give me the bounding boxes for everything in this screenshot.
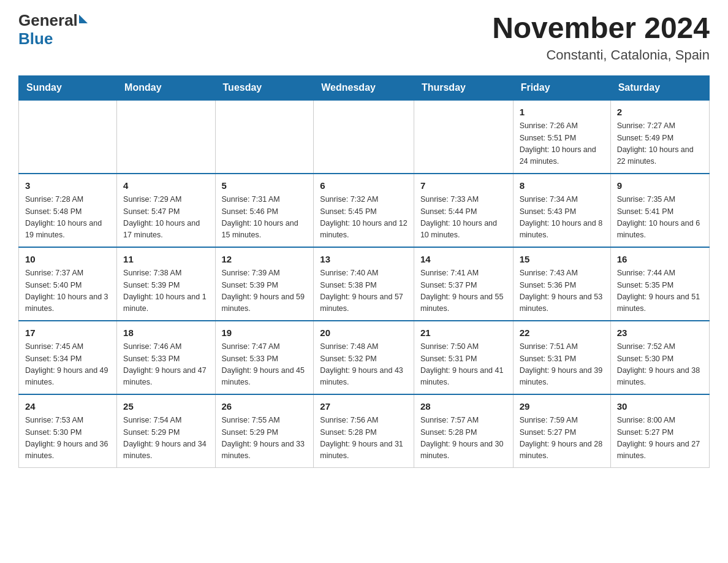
- day-number: 27: [320, 400, 408, 414]
- page-header: General Blue November 2024 Constanti, Ca…: [18, 12, 710, 63]
- table-row: 22Sunrise: 7:51 AM Sunset: 5:31 PM Dayli…: [513, 321, 610, 394]
- table-row: 21Sunrise: 7:50 AM Sunset: 5:31 PM Dayli…: [414, 321, 513, 394]
- day-number: 30: [617, 400, 703, 414]
- table-row: 20Sunrise: 7:48 AM Sunset: 5:32 PM Dayli…: [314, 321, 414, 394]
- day-info: Sunrise: 7:57 AM Sunset: 5:28 PM Dayligh…: [420, 415, 507, 462]
- day-number: 13: [320, 253, 408, 267]
- day-number: 10: [25, 253, 110, 267]
- day-number: 12: [222, 253, 308, 267]
- day-info: Sunrise: 7:33 AM Sunset: 5:44 PM Dayligh…: [420, 194, 507, 242]
- day-info: Sunrise: 7:50 AM Sunset: 5:31 PM Dayligh…: [420, 341, 507, 389]
- logo-blue-text: Blue: [18, 29, 88, 48]
- day-number: 18: [123, 326, 208, 340]
- day-number: 5: [222, 179, 308, 193]
- day-number: 29: [520, 400, 604, 414]
- day-number: 11: [123, 253, 208, 267]
- day-number: 23: [617, 326, 703, 340]
- table-row: [19, 100, 117, 174]
- day-number: 15: [520, 253, 604, 267]
- table-row: 23Sunrise: 7:52 AM Sunset: 5:30 PM Dayli…: [610, 321, 709, 394]
- table-row: 3Sunrise: 7:28 AM Sunset: 5:48 PM Daylig…: [19, 174, 117, 247]
- day-number: 19: [222, 326, 308, 340]
- calendar-week-row: 1Sunrise: 7:26 AM Sunset: 5:51 PM Daylig…: [19, 100, 710, 174]
- day-number: 22: [520, 326, 604, 340]
- weekday-header-row: Sunday Monday Tuesday Wednesday Thursday…: [19, 75, 710, 100]
- day-number: 3: [25, 179, 110, 193]
- day-info: Sunrise: 7:52 AM Sunset: 5:30 PM Dayligh…: [617, 341, 703, 389]
- logo: General Blue: [18, 12, 88, 48]
- table-row: 29Sunrise: 7:59 AM Sunset: 5:27 PM Dayli…: [513, 394, 610, 468]
- day-info: Sunrise: 7:47 AM Sunset: 5:33 PM Dayligh…: [222, 341, 308, 389]
- table-row: 6Sunrise: 7:32 AM Sunset: 5:45 PM Daylig…: [314, 174, 414, 247]
- day-number: 8: [520, 179, 604, 193]
- day-info: Sunrise: 7:48 AM Sunset: 5:32 PM Dayligh…: [320, 341, 408, 389]
- day-info: Sunrise: 7:29 AM Sunset: 5:47 PM Dayligh…: [123, 194, 208, 242]
- header-sunday: Sunday: [19, 75, 117, 100]
- day-number: 24: [25, 400, 110, 414]
- day-number: 25: [123, 400, 208, 414]
- day-info: Sunrise: 7:51 AM Sunset: 5:31 PM Dayligh…: [520, 341, 604, 389]
- logo-general-text: General: [18, 12, 78, 28]
- table-row: 4Sunrise: 7:29 AM Sunset: 5:47 PM Daylig…: [117, 174, 215, 247]
- table-row: 7Sunrise: 7:33 AM Sunset: 5:44 PM Daylig…: [414, 174, 513, 247]
- table-row: 30Sunrise: 8:00 AM Sunset: 5:27 PM Dayli…: [610, 394, 709, 468]
- day-info: Sunrise: 7:44 AM Sunset: 5:35 PM Dayligh…: [617, 267, 703, 315]
- day-info: Sunrise: 7:27 AM Sunset: 5:49 PM Dayligh…: [617, 120, 703, 168]
- table-row: 25Sunrise: 7:54 AM Sunset: 5:29 PM Dayli…: [117, 394, 215, 468]
- table-row: 18Sunrise: 7:46 AM Sunset: 5:33 PM Dayli…: [117, 321, 215, 394]
- day-info: Sunrise: 7:32 AM Sunset: 5:45 PM Dayligh…: [320, 194, 408, 242]
- day-number: 14: [420, 253, 507, 267]
- table-row: 17Sunrise: 7:45 AM Sunset: 5:34 PM Dayli…: [19, 321, 117, 394]
- table-row: 9Sunrise: 7:35 AM Sunset: 5:41 PM Daylig…: [610, 174, 709, 247]
- day-info: Sunrise: 7:31 AM Sunset: 5:46 PM Dayligh…: [222, 194, 308, 242]
- day-info: Sunrise: 7:43 AM Sunset: 5:36 PM Dayligh…: [520, 267, 604, 315]
- title-section: November 2024 Constanti, Catalonia, Spai…: [492, 12, 710, 63]
- day-info: Sunrise: 8:00 AM Sunset: 5:27 PM Dayligh…: [617, 415, 703, 462]
- table-row: [314, 100, 414, 174]
- table-row: 2Sunrise: 7:27 AM Sunset: 5:49 PM Daylig…: [610, 100, 709, 174]
- header-thursday: Thursday: [414, 75, 513, 100]
- table-row: [414, 100, 513, 174]
- table-row: 13Sunrise: 7:40 AM Sunset: 5:38 PM Dayli…: [314, 247, 414, 321]
- table-row: 27Sunrise: 7:56 AM Sunset: 5:28 PM Dayli…: [314, 394, 414, 468]
- table-row: 24Sunrise: 7:53 AM Sunset: 5:30 PM Dayli…: [19, 394, 117, 468]
- day-info: Sunrise: 7:34 AM Sunset: 5:43 PM Dayligh…: [520, 194, 604, 242]
- day-number: 20: [320, 326, 408, 340]
- table-row: 5Sunrise: 7:31 AM Sunset: 5:46 PM Daylig…: [215, 174, 314, 247]
- table-row: 15Sunrise: 7:43 AM Sunset: 5:36 PM Dayli…: [513, 247, 610, 321]
- table-row: 16Sunrise: 7:44 AM Sunset: 5:35 PM Dayli…: [610, 247, 709, 321]
- calendar-week-row: 17Sunrise: 7:45 AM Sunset: 5:34 PM Dayli…: [19, 321, 710, 394]
- day-info: Sunrise: 7:59 AM Sunset: 5:27 PM Dayligh…: [520, 415, 604, 462]
- table-row: [215, 100, 314, 174]
- table-row: 11Sunrise: 7:38 AM Sunset: 5:39 PM Dayli…: [117, 247, 215, 321]
- header-saturday: Saturday: [610, 75, 709, 100]
- day-number: 9: [617, 179, 703, 193]
- day-info: Sunrise: 7:39 AM Sunset: 5:39 PM Dayligh…: [222, 267, 308, 315]
- table-row: 8Sunrise: 7:34 AM Sunset: 5:43 PM Daylig…: [513, 174, 610, 247]
- day-info: Sunrise: 7:56 AM Sunset: 5:28 PM Dayligh…: [320, 415, 408, 462]
- table-row: 12Sunrise: 7:39 AM Sunset: 5:39 PM Dayli…: [215, 247, 314, 321]
- header-friday: Friday: [513, 75, 610, 100]
- day-info: Sunrise: 7:26 AM Sunset: 5:51 PM Dayligh…: [520, 120, 604, 168]
- day-info: Sunrise: 7:35 AM Sunset: 5:41 PM Dayligh…: [617, 194, 703, 242]
- calendar-table: Sunday Monday Tuesday Wednesday Thursday…: [18, 75, 710, 468]
- table-row: 28Sunrise: 7:57 AM Sunset: 5:28 PM Dayli…: [414, 394, 513, 468]
- day-info: Sunrise: 7:37 AM Sunset: 5:40 PM Dayligh…: [25, 267, 110, 315]
- logo-arrow-icon: [79, 15, 88, 23]
- day-info: Sunrise: 7:55 AM Sunset: 5:29 PM Dayligh…: [222, 415, 308, 462]
- table-row: 19Sunrise: 7:47 AM Sunset: 5:33 PM Dayli…: [215, 321, 314, 394]
- header-wednesday: Wednesday: [314, 75, 414, 100]
- table-row: 10Sunrise: 7:37 AM Sunset: 5:40 PM Dayli…: [19, 247, 117, 321]
- calendar-week-row: 24Sunrise: 7:53 AM Sunset: 5:30 PM Dayli…: [19, 394, 710, 468]
- table-row: 14Sunrise: 7:41 AM Sunset: 5:37 PM Dayli…: [414, 247, 513, 321]
- header-tuesday: Tuesday: [215, 75, 314, 100]
- day-number: 1: [520, 105, 604, 120]
- table-row: [117, 100, 215, 174]
- day-number: 21: [420, 326, 507, 340]
- day-number: 28: [420, 400, 507, 414]
- day-info: Sunrise: 7:46 AM Sunset: 5:33 PM Dayligh…: [123, 341, 208, 389]
- day-info: Sunrise: 7:53 AM Sunset: 5:30 PM Dayligh…: [25, 415, 110, 462]
- day-info: Sunrise: 7:54 AM Sunset: 5:29 PM Dayligh…: [123, 415, 208, 462]
- day-info: Sunrise: 7:41 AM Sunset: 5:37 PM Dayligh…: [420, 267, 507, 315]
- calendar-title: November 2024: [492, 12, 710, 45]
